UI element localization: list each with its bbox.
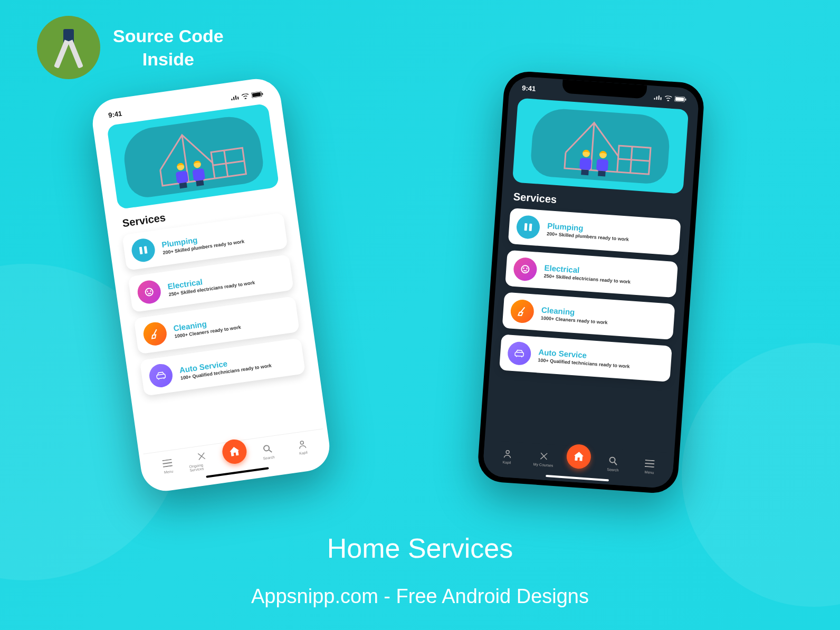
svg-rect-15 — [515, 352, 523, 356]
home-icon — [228, 445, 241, 458]
worker-icon — [577, 149, 594, 176]
nav-menu[interactable]: Menu — [153, 456, 183, 475]
bottom-nav: Menu Ongoing Services Search Kapil — [143, 428, 328, 489]
menu-icon — [161, 457, 174, 469]
service-card-cleaning[interactable]: Cleaning1000+ Cleaners ready to work — [502, 292, 675, 340]
svg-rect-11 — [685, 98, 686, 100]
nav-courses[interactable]: My Courses — [529, 450, 558, 468]
hero-illustration — [512, 98, 689, 194]
tools-icon — [196, 450, 208, 462]
user-icon — [296, 438, 308, 450]
user-icon — [502, 448, 513, 459]
header-badge: Source Code Inside — [37, 16, 224, 79]
home-icon — [572, 450, 585, 462]
phone-mockup-dark: 9:41 Services Plumping200+ Skilled plu — [476, 70, 705, 495]
status-icons — [653, 94, 686, 102]
status-time: 9:41 — [522, 84, 536, 93]
status-time: 9:41 — [108, 109, 122, 119]
nav-profile[interactable]: Kapil — [493, 447, 521, 465]
cleaning-icon — [510, 299, 534, 324]
caption-sub: Appsnipp.com - Free Android Designs — [251, 585, 589, 608]
svg-rect-4 — [144, 246, 148, 254]
menu-icon — [644, 458, 655, 469]
svg-rect-10 — [675, 97, 684, 101]
svg-rect-2 — [262, 92, 263, 94]
svg-point-7 — [263, 445, 269, 451]
nav-menu[interactable]: Menu — [635, 457, 664, 475]
bottom-nav: Kapil My Courses Search Menu — [482, 440, 674, 489]
header-line2: Inside — [113, 47, 224, 71]
svg-point-8 — [300, 441, 304, 444]
auto-icon — [148, 362, 174, 389]
search-icon — [608, 455, 619, 466]
svg-rect-1 — [252, 92, 261, 97]
nav-search[interactable]: Search — [253, 442, 283, 461]
header-line1: Source Code — [113, 24, 224, 47]
nav-search[interactable]: Search — [599, 455, 627, 473]
svg-point-16 — [506, 451, 509, 454]
hero-illustration — [107, 103, 279, 209]
search-icon — [262, 443, 274, 455]
status-icons — [230, 91, 263, 101]
plumbing-icon — [130, 237, 157, 263]
svg-point-17 — [609, 457, 615, 463]
electrical-icon — [513, 257, 538, 282]
worker-icon — [594, 150, 610, 177]
plumbing-icon — [516, 215, 541, 240]
svg-point-5 — [145, 288, 154, 297]
nav-home[interactable] — [566, 444, 591, 470]
service-card-auto[interactable]: Auto Service100+ Qualified technicians r… — [499, 334, 672, 381]
svg-point-14 — [521, 265, 529, 273]
nav-ongoing[interactable]: Ongoing Services — [187, 449, 217, 472]
svg-rect-12 — [524, 223, 528, 231]
svg-rect-13 — [529, 224, 532, 231]
tools-icon — [538, 451, 549, 462]
svg-rect-3 — [139, 247, 143, 255]
caption-main: Home Services — [327, 532, 513, 564]
auto-icon — [507, 341, 532, 366]
service-card-electrical[interactable]: Electrical250+ Skilled electricians read… — [505, 250, 678, 298]
electrical-icon — [136, 279, 163, 306]
android-studio-logo — [37, 16, 100, 79]
worker-icon — [173, 162, 190, 189]
nav-profile[interactable]: Kapil — [288, 437, 317, 456]
nav-home[interactable] — [221, 437, 248, 465]
cleaning-icon — [142, 321, 168, 347]
